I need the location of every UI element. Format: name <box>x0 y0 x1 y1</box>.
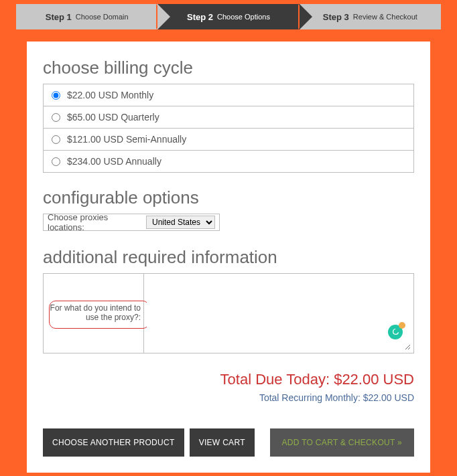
billing-table: $22.00 USD Monthly $65.00 USD Quarterly … <box>43 84 414 173</box>
step-number: Step 3 <box>323 12 349 22</box>
info-table: For what do you intend to use the proxy?… <box>43 273 414 353</box>
config-proxies-row: Choose proxies locations: United States <box>43 214 220 231</box>
billing-radio[interactable] <box>52 157 60 166</box>
info-question: For what do you intend to use the proxy?… <box>48 303 141 322</box>
totals: Total Due Today: $22.00 USD Total Recurr… <box>43 371 414 403</box>
total-recurring-label: Total Recurring Monthly: <box>259 392 363 403</box>
step-label: Review & Checkout <box>353 13 417 21</box>
billing-radio[interactable] <box>52 91 60 100</box>
total-recurring-amount: $22.00 USD <box>363 392 414 403</box>
step-review-checkout[interactable]: Step 3 Review & Checkout <box>300 4 441 29</box>
total-due-amount: $22.00 USD <box>334 371 414 388</box>
proxies-label: Choose proxies locations: <box>48 212 142 232</box>
add-to-cart-checkout-button[interactable]: ADD TO CART & CHECKOUT » <box>270 428 414 457</box>
info-textarea[interactable] <box>147 276 411 350</box>
step-number: Step 2 <box>187 12 213 22</box>
step-choose-domain[interactable]: Step 1 Choose Domain <box>16 4 157 29</box>
choose-another-button[interactable]: CHOOSE ANOTHER PRODUCT <box>43 428 184 457</box>
total-due: Total Due Today: $22.00 USD <box>43 371 414 388</box>
billing-label: $65.00 USD Quarterly <box>67 112 159 123</box>
action-bar: CHOOSE ANOTHER PRODUCT VIEW CART ADD TO … <box>43 428 414 457</box>
total-due-label: Total Due Today: <box>220 371 334 388</box>
billing-option-annual[interactable]: $234.00 USD Annually <box>44 151 413 172</box>
chat-widget-icon[interactable] <box>388 325 403 339</box>
billing-label: $234.00 USD Annually <box>67 156 161 167</box>
billing-option-monthly[interactable]: $22.00 USD Monthly <box>44 84 413 106</box>
stepper: Step 1 Choose Domain Step 2 Choose Optio… <box>16 4 441 29</box>
billing-option-quarterly[interactable]: $65.00 USD Quarterly <box>44 106 413 129</box>
step-choose-options[interactable]: Step 2 Choose Options <box>157 4 299 29</box>
billing-option-semiannual[interactable]: $121.00 USD Semi-Annually <box>44 129 413 151</box>
view-cart-button[interactable]: VIEW CART <box>190 428 255 457</box>
billing-title: choose billing cycle <box>43 58 414 78</box>
main-panel: choose billing cycle $22.00 USD Monthly … <box>27 42 430 473</box>
info-textarea-cell <box>144 274 413 353</box>
proxies-select[interactable]: United States <box>146 216 215 229</box>
step-label: Choose Domain <box>76 13 129 21</box>
billing-label: $121.00 USD Semi-Annually <box>67 134 186 145</box>
billing-label: $22.00 USD Monthly <box>67 90 153 100</box>
total-recurring: Total Recurring Monthly: $22.00 USD <box>43 392 414 403</box>
billing-radio[interactable] <box>52 135 60 144</box>
step-number: Step 1 <box>46 12 72 22</box>
info-title: additional required information <box>43 247 414 268</box>
info-label-cell: For what do you intend to use the proxy?… <box>44 274 144 353</box>
billing-radio[interactable] <box>52 113 60 122</box>
config-title: configurable options <box>43 187 414 208</box>
step-label: Choose Options <box>217 13 270 21</box>
